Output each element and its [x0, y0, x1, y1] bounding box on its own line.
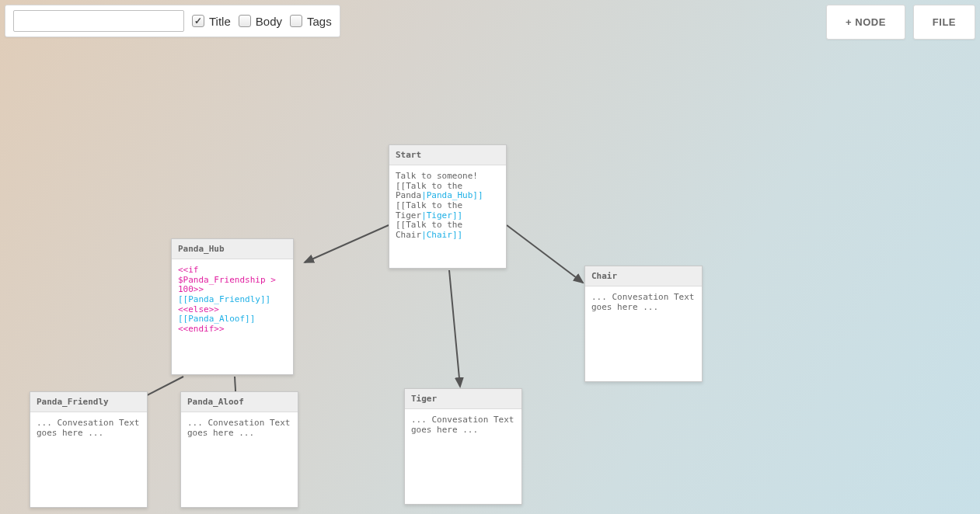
node-title: Panda_Hub	[172, 239, 293, 259]
node-title: Panda_Friendly	[30, 392, 147, 412]
node-tiger[interactable]: Tiger ... Convesation Text goes here ...	[404, 388, 522, 505]
node-panda-friendly[interactable]: Panda_Friendly ... Convesation Text goes…	[30, 391, 148, 508]
node-title: Tiger	[405, 389, 521, 409]
node-body: ... Convesation Text goes here ...	[30, 412, 147, 498]
node-chair[interactable]: Chair ... Convesation Text goes here ...	[584, 266, 703, 382]
node-body: ... Convesation Text goes here ...	[585, 287, 702, 372]
node-body: ... Convesation Text goes here ...	[181, 412, 298, 498]
svg-line-2	[507, 225, 583, 283]
svg-line-1	[449, 270, 460, 387]
node-body: ... Convesation Text goes here ...	[405, 409, 521, 495]
node-body: <<if $Panda_Friendship > 100>>[[Panda_Fr…	[172, 259, 293, 345]
node-panda-hub[interactable]: Panda_Hub <<if $Panda_Friendship > 100>>…	[171, 238, 294, 375]
node-start[interactable]: Start Talk to someone![[Talk to the Pand…	[389, 144, 507, 269]
node-canvas[interactable]: Start Talk to someone![[Talk to the Pand…	[0, 0, 980, 514]
svg-line-0	[305, 225, 389, 262]
node-body: Talk to someone![[Talk to the Panda|Pand…	[389, 165, 506, 251]
node-title: Start	[389, 145, 506, 165]
node-panda-aloof[interactable]: Panda_Aloof ... Convesation Text goes he…	[180, 391, 298, 508]
node-title: Panda_Aloof	[181, 392, 298, 412]
node-title: Chair	[585, 266, 702, 287]
